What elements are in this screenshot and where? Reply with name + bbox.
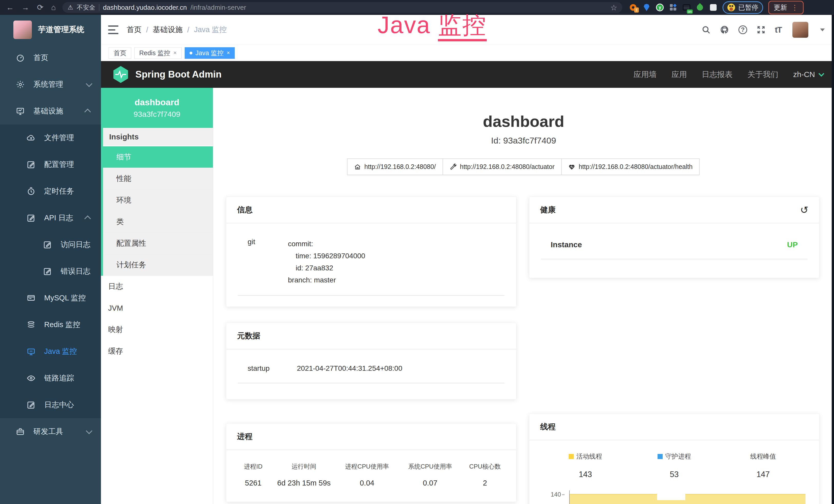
app-logo-image [13,21,32,39]
insights-item-environment[interactable]: 环境 [103,189,213,211]
chart-plot-area [569,490,806,504]
sidebar-item-jvm[interactable]: JVM [101,297,213,319]
legend-daemon-threads: 守护进程 53 [630,452,719,479]
avatar-caret-icon[interactable] [820,28,825,31]
eye-icon [27,374,36,383]
warning-icon: ⚠ [68,4,73,11]
insights-item-details[interactable]: 细节 [103,146,213,168]
breadcrumb-home[interactable]: 首页 [127,25,141,35]
close-icon[interactable]: × [227,49,230,56]
security-label[interactable]: 不安全 [77,3,95,12]
extension-leaf-icon[interactable] [696,3,704,12]
sidebar-item-caches[interactable]: 缓存 [101,340,213,362]
metadata-row-label: startup [238,364,297,372]
font-size-icon[interactable]: tT [775,25,782,35]
sidebar-item-java-monitor[interactable]: Java 监控 [0,338,101,365]
sidebar-item-dev-tools[interactable]: 研发工具 [0,418,101,445]
sidebar-item-infrastructure[interactable]: 基础设施 [0,98,101,124]
app-logo-row[interactable]: 芋道管理系统 [0,15,101,44]
tab-home[interactable]: 首页 [109,47,131,59]
sidebar-item-logs[interactable]: 日志 [101,276,213,297]
chevron-down-icon [86,428,92,434]
locale-select[interactable]: zh-CN [793,70,823,79]
app-title: 芋道管理系统 [38,24,84,35]
health-url-button[interactable]: http://192.168.0.2:48080/actuator/health [561,158,700,175]
sidebar-item-file-mgmt[interactable]: 文件管理 [0,124,101,151]
table-row: startup 2021-04-27T00:44:31.254+08:00 [238,364,504,383]
bookmark-star-icon[interactable]: ☆ [610,3,617,12]
tab-java-monitor[interactable]: Java 监控× [185,47,235,59]
history-icon[interactable]: ↺ [800,205,808,215]
tab-redis-monitor[interactable]: Redis 监控× [134,47,182,59]
extension-orange-icon[interactable]: 1 [629,3,637,12]
fullscreen-icon[interactable] [756,25,766,35]
browser-menu-icon[interactable]: ⋮ [791,3,798,12]
insights-item-classes[interactable]: 类 [103,211,213,233]
forward-icon[interactable]: → [22,4,29,11]
service-url-button[interactable]: http://192.168.0.2:48080/ [347,158,443,175]
hamburger-icon[interactable] [108,25,118,34]
sba-nav-about[interactable]: 关于我们 [747,69,778,80]
edit-icon [27,160,36,169]
health-card-title: 健康 [540,205,555,215]
column-header: 进程CPU使用率 [335,462,399,471]
actuator-url-button[interactable]: http://192.168.0.2:48080/actuator [443,158,562,175]
threads-chart: 140 120 100 [541,490,808,504]
sidebar-item-error-logs[interactable]: 错误日志 [0,258,101,285]
sidebar-item-home[interactable]: 首页 [0,44,101,71]
extension-switch-icon[interactable]: on [682,3,691,12]
gear-icon [16,80,25,89]
back-icon[interactable]: ← [6,4,14,11]
breadcrumb-current: Java 监控 [194,25,226,35]
sba-nav-wallboard[interactable]: 应用墙 [633,69,657,80]
home-icon[interactable]: ⌂ [51,4,56,11]
process-card: 进程 进程ID 运行时间 进程CPU使用率 系统CPU使用率 CPU核心数 52… [226,423,516,502]
sidebar-item-scheduled-jobs[interactable]: 定时任务 [0,178,101,205]
process-card-title: 进程 [237,431,253,442]
peak-threads-value: 147 [756,470,770,479]
insights-item-config-props[interactable]: 配置属性 [103,233,213,254]
profile-paused-pill[interactable]: 已暂停 [723,1,763,14]
instance-sidebar: dashboard 93a3fc7f7409 Insights 细节 性能 环境… [101,88,213,504]
sidebar-item-api-logs[interactable]: API 日志 [0,205,101,231]
extension-green-y-icon[interactable]: y [656,3,664,12]
breadcrumb-infra[interactable]: 基础设施 [153,25,183,35]
sidebar-item-log-center[interactable]: 日志中心 [0,392,101,418]
extension-pin-icon[interactable] [642,3,651,12]
help-icon[interactable]: ? [739,25,747,34]
instance-header[interactable]: dashboard 93a3fc7f7409 [101,88,213,128]
search-icon[interactable] [701,25,711,35]
sidebar-item-system-mgmt[interactable]: 系统管理 [0,71,101,98]
user-avatar[interactable] [792,22,808,38]
insights-item-scheduled-tasks[interactable]: 计划任务 [103,254,213,276]
address-bar[interactable]: ⚠ 不安全 dashboard.yudao.iocoder.cn/infra/a… [62,2,622,13]
sidebar-item-config-mgmt[interactable]: 配置管理 [0,151,101,178]
monitor-icon [16,107,25,116]
github-icon[interactable] [720,25,729,35]
sba-nav-applications[interactable]: 应用 [672,69,687,80]
sba-nav-journal[interactable]: 日志报表 [702,69,732,80]
reload-icon[interactable]: ⟳ [37,4,43,11]
sidebar-item-tracing[interactable]: 链路追踪 [0,365,101,392]
update-button[interactable]: 更新 ⋮ [768,1,804,15]
close-icon[interactable]: × [173,49,177,56]
insights-item-metrics[interactable]: 性能 [103,168,213,189]
window-scrollbar[interactable] [832,15,834,504]
sba-brand[interactable]: Spring Boot Admin [135,69,222,80]
layers-icon [27,320,36,329]
cpu-cores: 2 [462,479,508,487]
sidebar-item-mysql-monitor[interactable]: MySQL 监控 [0,285,101,312]
extension-puzzle-icon[interactable] [709,3,717,12]
edit-icon [27,214,36,222]
sidebar-item-mappings[interactable]: 映射 [101,319,213,340]
info-row-value: commit: time: 1596289704000 id: 27aa832 … [288,238,365,286]
threads-card-title: 线程 [540,421,555,432]
extension-grid-icon[interactable] [669,3,677,12]
extensions-row: 1 y on 已暂停 更新 ⋮ [629,1,804,15]
sidebar-item-redis-monitor[interactable]: Redis 监控 [0,312,101,338]
health-card: 健康 ↺ Instance UP [529,197,819,278]
sidebar-item-access-logs[interactable]: 访问日志 [0,231,101,258]
header-actions: ? tT [701,22,825,38]
column-header: CPU核心数 [462,462,508,471]
page-title: dashboard [213,112,834,131]
